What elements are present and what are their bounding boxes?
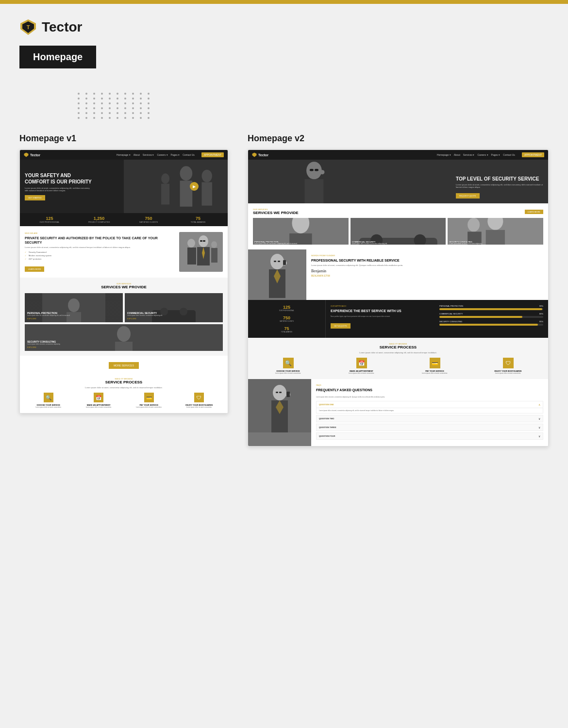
- mini-nav-link[interactable]: Careers ▾: [477, 153, 488, 156]
- svg-point-34: [306, 162, 322, 179]
- mini-process-v2-step-2: 📅 MAKE AN APPOINTMENT Lorem ipsum dolor …: [326, 358, 397, 374]
- mini-service-card-text: Lorem ipsum dolor sit amet, consectetur …: [27, 343, 220, 345]
- mini-founder-signature: Benjamin: [311, 269, 543, 273]
- mini-nav-cta-v1[interactable]: APPOINTMENT: [201, 152, 224, 157]
- dot-decoration: [101, 93, 103, 95]
- mini-faq-tag: FAQS: [316, 384, 543, 386]
- dot-decoration: [140, 93, 142, 95]
- dot-decoration: [109, 107, 111, 109]
- mini-faq-question-2[interactable]: QUESTION TWO ∨: [317, 415, 543, 422]
- dot-decoration: [124, 117, 126, 119]
- mini-faq-img: [248, 379, 311, 446]
- mini-service-explore[interactable]: EXPLORE: [27, 346, 220, 348]
- mini-service-explore[interactable]: EXPLORE: [27, 317, 120, 320]
- mini-nav-link[interactable]: Homepage ▾: [437, 153, 451, 156]
- mini-faq-toggle-3[interactable]: ∨: [538, 426, 540, 429]
- dot-decoration: [140, 117, 142, 119]
- dot-decoration: [78, 93, 80, 95]
- svg-point-53: [270, 254, 284, 269]
- mini-process-step-text: Lorem ipsum dolor sit amet consectetur.: [176, 406, 223, 408]
- homepage-v2-heading: Homepage v2: [248, 133, 549, 144]
- mini-process-v2-step-1: 🔍 CHOOSE YOUR SERVICE Lorem ipsum dolor …: [253, 358, 323, 374]
- dot-decoration: [140, 112, 142, 114]
- mini-nav-link[interactable]: Careers ▾: [157, 153, 167, 156]
- mini-nav-link[interactable]: Contact Us: [183, 153, 195, 156]
- svg-rect-67: [279, 392, 282, 393]
- mini-nav-link[interactable]: Contact Us: [503, 153, 515, 156]
- mini-stat-v2-label: SATISFIED CLIENTS: [253, 320, 320, 322]
- col-left: Homepage v1 Tector Homepage ▾ About Serv…: [19, 129, 228, 447]
- mini-skill-item-2: COMMERCIAL SECURITY 80%: [439, 313, 543, 318]
- mini-nav-cta-v2[interactable]: APPOINTMENT: [522, 152, 544, 157]
- mini-hero-v1-btn[interactable]: GET STARTED: [25, 195, 45, 200]
- mini-faq-toggle-1[interactable]: ∧: [538, 403, 540, 406]
- mini-nav-link[interactable]: Pages ▾: [491, 153, 501, 156]
- mini-nav-link[interactable]: Services ▾: [143, 153, 154, 156]
- dot-decoration: [132, 93, 134, 95]
- dot-decoration: [117, 112, 118, 114]
- dot-decoration: [132, 117, 134, 119]
- mini-services-v2-cards: PERSONAL PROTECTION Lorem ipsum dolor si…: [253, 218, 543, 245]
- dot-decoration: [93, 93, 95, 95]
- dot-decoration: [124, 107, 126, 109]
- mini-stat-v2-num: 75: [253, 326, 320, 331]
- dot-grid-decoration: // Will be rendered by template script b…: [78, 93, 549, 119]
- mini-stat-num: 75: [173, 216, 223, 221]
- mini-faq-title: FREQUENTLY ASKED QUESTIONS: [316, 388, 543, 392]
- more-services-button[interactable]: MORE SERVICES: [109, 362, 139, 369]
- mini-skill-name: COMMERCIAL SECURITY: [439, 313, 463, 315]
- mini-founder-name: BENJAMIN ETIM: [311, 274, 543, 277]
- mini-who-content: WHO WE ARE PRIVATE SECURITY AND AUTHORIZ…: [25, 232, 174, 272]
- mini-hero-v2-btn[interactable]: REQUEST QUOTE: [456, 193, 480, 199]
- mini-process-steps: 🔍 CHOOSE YOUR SERVICE Lorem ipsum dolor …: [25, 393, 223, 408]
- homepage-v2-preview: Tector Homepage ▾ About Services ▾ Caree…: [248, 149, 549, 447]
- mini-stat-v2-clients: 750 SATISFIED CLIENTS: [253, 315, 320, 322]
- mini-skill-header: SECURITY CONSULTING 95%: [439, 320, 543, 323]
- mini-process-v2-step-text: Lorem ipsum dolor sit amet consectetur.: [473, 372, 543, 374]
- mini-faq-toggle-2[interactable]: ∨: [538, 417, 540, 420]
- mini-faq-item-3: QUESTION THREE ∨: [316, 424, 543, 431]
- mini-who-btn[interactable]: LEARN MORE: [25, 266, 44, 272]
- choose-service-icon-v2: 🔍: [283, 358, 294, 368]
- mini-faq-item-1: QUESTION ONE ∧ Lorem ipsum dolor sit ame…: [316, 401, 543, 414]
- svg-rect-33: [248, 160, 413, 203]
- mini-skills-left: OUR APPROACH EXPERIENCE THE BEST SERVICE…: [331, 305, 439, 333]
- mini-faq-toggle-4[interactable]: ∨: [538, 434, 540, 438]
- mini-service-explore[interactable]: EXPLORE: [127, 317, 220, 320]
- mini-process-title: SERVICE PROCESS: [25, 380, 223, 384]
- homepage-v1-preview: Tector Homepage ▾ About Services ▾ Caree…: [19, 149, 228, 414]
- mini-who-tag: WHO WE ARE: [25, 232, 174, 234]
- mini-nav-links-v2: Homepage ▾ About Services ▾ Careers ▾ Pa…: [437, 153, 515, 156]
- mini-nav-link[interactable]: Homepage ▾: [117, 153, 131, 156]
- mini-nav-link[interactable]: Pages ▾: [171, 153, 180, 156]
- dot-decoration: [93, 107, 95, 109]
- mini-faq-item-2: QUESTION TWO ∨: [316, 415, 543, 422]
- mini-skill-bar-fill: [439, 308, 542, 310]
- mini-faq-question-1[interactable]: QUESTION ONE ∧: [317, 401, 543, 408]
- mini-services-learn-more-btn[interactable]: LEARN MORE: [525, 210, 543, 214]
- mini-who-list: Security Guaranteed Modern monitoring sy…: [25, 250, 174, 261]
- mini-faq-question-3[interactable]: QUESTION THREE ∨: [317, 424, 543, 430]
- mini-nav-link[interactable]: About: [454, 153, 460, 156]
- mini-process-v2-step-3: 💳 PAY YOUR SERVICE Lorem ipsum dolor sit…: [400, 358, 470, 374]
- mini-service-v2-card-text: Lorem ipsum dolor sit, consectetur adipi…: [254, 243, 297, 245]
- dot-decoration: [78, 98, 80, 99]
- mini-faq-question-4[interactable]: QUESTION FOUR ∨: [317, 433, 543, 439]
- mini-skills-btn[interactable]: GET A QUOTE: [331, 323, 351, 329]
- dot-decoration: [124, 98, 126, 99]
- dot-decoration: [148, 117, 150, 119]
- mini-skill-pct: 95%: [539, 320, 543, 323]
- mini-service-v2-card-3: SECURITY CONSULTING Lorem ipsum dolor si…: [448, 218, 543, 245]
- mini-skill-pct: 80%: [539, 313, 543, 315]
- mini-nav-link[interactable]: Services ▾: [463, 153, 475, 156]
- dot-decoration: [140, 107, 142, 109]
- mini-skill-item-1: PERSONAL PROTECTION 99%: [439, 305, 543, 310]
- mini-process-v2-step-text: Lorem ipsum dolor sit amet consectetur.: [253, 372, 323, 374]
- mini-skill-bar-bg: [439, 324, 543, 326]
- mini-founder-section: WORDS FROM FOUNDER PROFESSIONAL SECURITY…: [248, 249, 548, 300]
- mini-nav-link[interactable]: About: [134, 153, 140, 156]
- mini-more-btn: MORE SERVICES: [20, 356, 228, 373]
- homepage-v1-heading: Homepage v1: [19, 133, 228, 144]
- dot-decoration: [93, 98, 95, 99]
- dot-decoration: [93, 112, 95, 114]
